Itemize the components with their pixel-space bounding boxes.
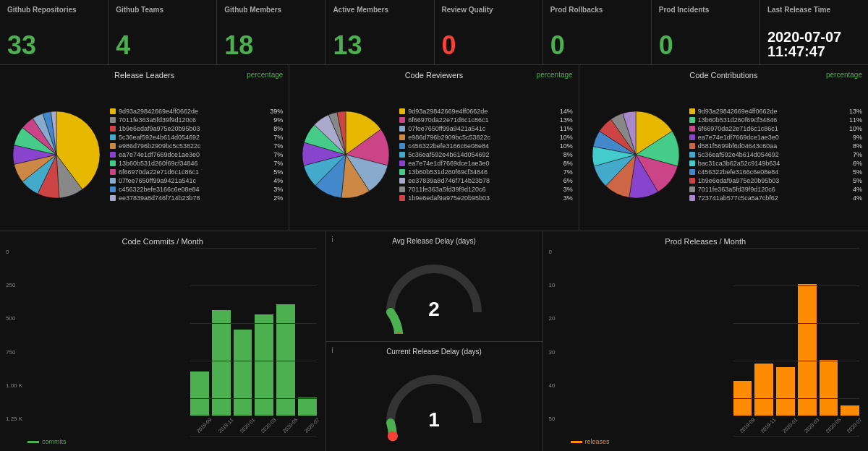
avg-delay-title: Avg Release Delay (days) bbox=[332, 236, 537, 245]
y-label: 50 bbox=[549, 416, 571, 422]
bar-label: 2020-01 bbox=[782, 417, 799, 434]
legend-name: 7011fe363a5fd39f9d120c6 bbox=[119, 116, 196, 124]
stat-card: Active Members13 bbox=[326, 0, 434, 64]
legend-item: ea7e74e1df7669dce1ae3e08% bbox=[399, 160, 572, 167]
stat-card: Review Quality0 bbox=[435, 0, 543, 64]
legend-name: 9d93a29842669e4ff0662de bbox=[698, 108, 778, 115]
y-label: 250 bbox=[6, 282, 27, 288]
legend-name: 7011fe363a5fd39f9d120c6 bbox=[408, 186, 485, 193]
legend-color bbox=[689, 160, 695, 166]
stat-label: Active Members bbox=[333, 6, 426, 14]
legend-pct: 4% bbox=[853, 194, 862, 202]
release-leaders-pie bbox=[6, 82, 107, 227]
legend-name: d581f5699bf6d04643c60aa bbox=[698, 142, 778, 150]
legend-item: 6f66970da22e71d6c1c86c113% bbox=[399, 116, 572, 124]
legend-item: e986d796b2909bc5c53822c7% bbox=[110, 142, 283, 150]
legend-pct: 5% bbox=[853, 168, 862, 176]
bar-label: 2019-11 bbox=[760, 417, 777, 434]
legend-pct: 3% bbox=[563, 186, 573, 193]
legend-pct: 11% bbox=[849, 116, 862, 124]
stat-value: 33 bbox=[7, 33, 101, 59]
stat-label: Last Release Time bbox=[767, 6, 861, 14]
legend-pct: 4% bbox=[853, 186, 862, 193]
bar-label: 2019-09 bbox=[196, 417, 213, 434]
legend-pct: 8% bbox=[563, 151, 573, 158]
bars-wrapper: 2019-092019-112020-012020-032020-052020-… bbox=[733, 249, 859, 437]
code-contributions-content: 9d93a29842669e4ff0662de13%13b60b531d260f… bbox=[585, 82, 862, 227]
bar-column: 2020-05 bbox=[276, 249, 295, 422]
release-leaders-link[interactable]: percentage bbox=[247, 71, 283, 79]
bar bbox=[820, 360, 838, 416]
y-label: 40 bbox=[549, 382, 571, 389]
legend-pct: 3% bbox=[563, 194, 573, 202]
legend-pct: 39% bbox=[270, 108, 283, 115]
bar-label: 2020-01 bbox=[239, 417, 255, 434]
legend-color bbox=[689, 108, 695, 114]
legend-pct: 2% bbox=[273, 194, 283, 202]
legend-color bbox=[689, 152, 695, 158]
legend-item: 7011fe363a5fd39f9d120c69% bbox=[110, 116, 283, 124]
bar-label: 2019-09 bbox=[739, 417, 755, 434]
bar bbox=[754, 364, 773, 416]
legend-item: 5c36eaf592e4b614d0546928% bbox=[399, 151, 572, 158]
y-label: 1.25 K bbox=[6, 416, 27, 422]
bar bbox=[190, 371, 209, 416]
legend-item: ee37839a8d746f714b23b782% bbox=[110, 194, 283, 202]
legend-item: ea7e74e1df7669dce1ae3e09% bbox=[689, 134, 862, 141]
legend-name: c456322befe3166c6e08e84 bbox=[698, 168, 779, 176]
legend-name: ee37839a8d746f714b23b78 bbox=[119, 194, 200, 202]
grid-line bbox=[733, 398, 859, 399]
avg-delay-gauge: 2 bbox=[332, 245, 537, 337]
legend-color bbox=[110, 152, 116, 158]
release-leaders-title: Release Leaders bbox=[6, 71, 283, 80]
grid-line bbox=[190, 285, 316, 286]
bar bbox=[841, 405, 859, 416]
stat-value: 0 bbox=[550, 33, 644, 59]
bar-column: 2020-07 bbox=[841, 249, 859, 422]
legend-color bbox=[110, 195, 116, 201]
legend-item: 1b9e6edaf9a975e20b95b038% bbox=[110, 125, 283, 132]
bar-label: 2019-11 bbox=[218, 417, 234, 434]
legend-name: 1b9e6edaf9a975e20b95b03 bbox=[698, 177, 780, 184]
bar-column: 2020-05 bbox=[820, 249, 838, 422]
code-reviewers-content: 9d93a29842669e4ff0662de14%6f66970da22e71… bbox=[295, 82, 572, 227]
legend-pct: 9% bbox=[273, 116, 283, 124]
bar bbox=[234, 330, 252, 416]
stat-card: Prod Incidents0 bbox=[652, 0, 760, 64]
releases-legend: releases bbox=[549, 438, 863, 445]
legend-item: c456322befe3166c6e08e843% bbox=[110, 186, 283, 193]
bars-wrapper: 2019-092019-112020-012020-032020-052020-… bbox=[190, 249, 316, 437]
grid-line bbox=[190, 398, 316, 399]
y-label: 500 bbox=[6, 315, 27, 322]
stat-value: 18 bbox=[224, 33, 318, 59]
stat-label: Github Repositories bbox=[7, 6, 101, 14]
legend-name: 13b60b531d260f69cf34846 bbox=[698, 116, 778, 124]
code-reviewers-link[interactable]: percentage bbox=[537, 71, 573, 79]
legend-name: 9d93a29842669e4ff0662de bbox=[408, 108, 488, 115]
commits-chart-panel: Code Commits / Month 1.25 K1.00 K7505002… bbox=[0, 231, 326, 451]
legend-color bbox=[399, 134, 405, 140]
legend-item: 723741ab577c5ca5a7cbf624% bbox=[689, 194, 862, 202]
legend-pct: 5% bbox=[273, 168, 283, 176]
svg-point-2 bbox=[388, 431, 398, 441]
legend-pct: 13% bbox=[560, 116, 573, 124]
legend-pct: 6% bbox=[853, 160, 862, 167]
legend-pct: 8% bbox=[563, 160, 573, 167]
code-contributions-link[interactable]: percentage bbox=[826, 71, 862, 79]
legend-item: 7011fe363a5fd39f9d120c64% bbox=[689, 186, 862, 193]
commits-bar-area: 1.25 K1.00 K75050025002019-092019-112020… bbox=[6, 249, 320, 437]
y-label: 1.00 K bbox=[6, 382, 27, 389]
charts-area: Release Leaders percentage 9d93a29842669… bbox=[0, 65, 868, 231]
stat-card: Prod Rollbacks0 bbox=[543, 0, 652, 64]
bar bbox=[776, 367, 795, 416]
legend-color bbox=[110, 178, 116, 184]
legend-name: 723741ab577c5ca5a7cbf62 bbox=[698, 194, 778, 202]
legend-name: ea7e74e1df7669dce1ae3e0 bbox=[119, 151, 200, 158]
stat-value: 0 bbox=[659, 33, 752, 59]
legend-name: ea7e74e1df7669dce1ae3e0 bbox=[698, 134, 779, 141]
legend-color bbox=[399, 143, 405, 149]
legend-item: 13b60b531d260f69cf348467% bbox=[110, 160, 283, 167]
bar-label: 2020-05 bbox=[282, 417, 299, 434]
stat-label: Review Quality bbox=[442, 6, 535, 14]
legend-color bbox=[399, 169, 405, 175]
